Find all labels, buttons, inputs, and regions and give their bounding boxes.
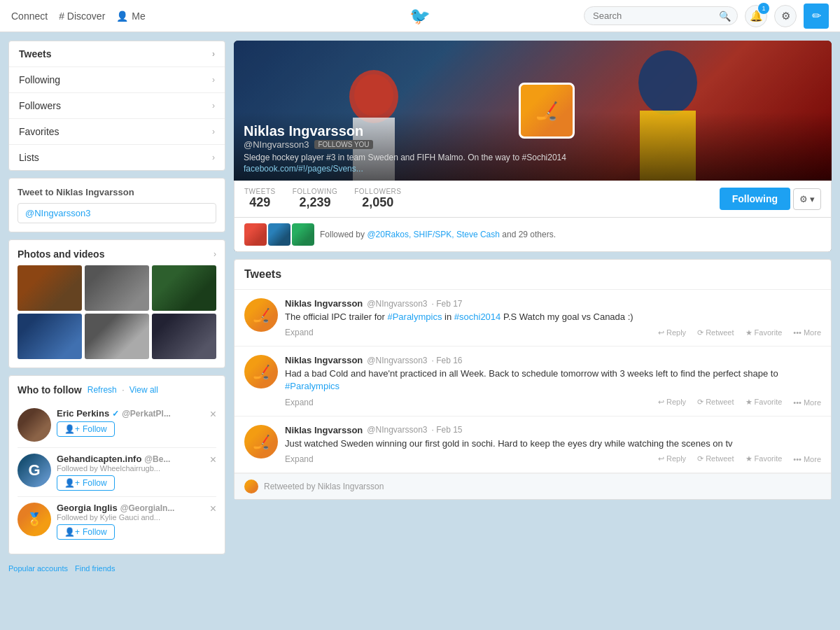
retweet-action[interactable]: ⟳ Retweet bbox=[697, 454, 734, 463]
chevron-right-icon: › bbox=[212, 153, 215, 162]
search-input[interactable] bbox=[584, 6, 738, 25]
follower-avatar[interactable] bbox=[268, 223, 290, 246]
followed-by-users[interactable]: @20Rakos, SHIF/SPK, Steve Cash bbox=[367, 230, 500, 239]
favorite-action[interactable]: ★ Favorite bbox=[746, 328, 783, 337]
expand-link[interactable]: Expand bbox=[285, 328, 314, 337]
reply-action[interactable]: ↩ Reply bbox=[658, 454, 686, 463]
chevron-right-icon[interactable]: › bbox=[214, 249, 216, 259]
photo-thumbnail[interactable] bbox=[152, 314, 216, 359]
followers-count: 2,050 bbox=[354, 195, 401, 210]
follow-button[interactable]: 👤+ Follow bbox=[57, 524, 115, 540]
photo-thumbnail[interactable] bbox=[152, 265, 216, 311]
tweet-item: 🏒 Niklas Ingvarsson @NIngvarsson3 · Feb … bbox=[234, 416, 831, 473]
compose-icon: ✏ bbox=[812, 9, 821, 22]
tweets-section: Tweets 🏒 Niklas Ingvarsson @NIngvarsson3… bbox=[234, 259, 832, 500]
nav-discover[interactable]: # Discover bbox=[59, 10, 105, 22]
tweet-to-input[interactable] bbox=[18, 203, 216, 223]
add-person-icon: 👤+ bbox=[64, 424, 80, 434]
photo-thumbnail[interactable] bbox=[18, 265, 82, 311]
suggestion-name: Georgia Inglis @GeorgiaIn... bbox=[57, 503, 216, 513]
notification-badge: 1 bbox=[758, 3, 769, 14]
tweet-body: Niklas Ingvarsson @NIngvarsson3 · Feb 15… bbox=[285, 425, 821, 464]
reply-action[interactable]: ↩ Reply bbox=[658, 328, 686, 337]
follower-avatar[interactable] bbox=[244, 223, 267, 246]
main-content: 🏒 Niklas Ingvarsson @NIngvarsson3 FOLLOW… bbox=[234, 41, 832, 575]
suggestion-info: Georgia Inglis @GeorgiaIn... Followed by… bbox=[57, 503, 216, 540]
follow-button[interactable]: 👤+ Follow bbox=[57, 421, 115, 437]
follow-button[interactable]: 👤+ Follow bbox=[57, 475, 115, 491]
dismiss-button[interactable]: × bbox=[210, 503, 216, 515]
expand-link[interactable]: Expand bbox=[285, 398, 314, 407]
gear-dropdown[interactable]: ⚙ ▾ bbox=[793, 188, 821, 210]
popular-accounts-link[interactable]: Popular accounts bbox=[8, 564, 68, 573]
more-action[interactable]: ••• More bbox=[793, 328, 821, 337]
avatar[interactable]: G bbox=[18, 454, 51, 487]
photos-header: Photos and videos › bbox=[18, 248, 216, 260]
reply-action[interactable]: ↩ Reply bbox=[658, 398, 686, 407]
photo-thumbnail[interactable] bbox=[85, 265, 149, 311]
photos-section: Photos and videos › bbox=[8, 239, 225, 368]
favorite-action[interactable]: ★ Favorite bbox=[746, 454, 783, 463]
followers-stat: FOLLOWERS 2,050 bbox=[354, 188, 401, 210]
profile-header: 🏒 Niklas Ingvarsson @NIngvarsson3 FOLLOW… bbox=[234, 41, 832, 252]
more-action[interactable]: ••• More bbox=[793, 454, 821, 463]
hashtag-paralympics[interactable]: #Paralympics bbox=[387, 312, 442, 322]
avatar[interactable] bbox=[18, 408, 51, 442]
search-icon: 🔍 bbox=[719, 10, 731, 22]
tweet-avatar[interactable]: 🏒 bbox=[244, 355, 278, 388]
expand-link[interactable]: Expand bbox=[285, 454, 314, 464]
chevron-right-icon: › bbox=[212, 75, 215, 85]
suggestion-info: Eric Perkins ✓ @PerkatPl... 👤+ Follow bbox=[57, 408, 216, 437]
refresh-link[interactable]: Refresh bbox=[88, 385, 117, 395]
discover-label: # Discover bbox=[59, 10, 105, 22]
retweet-notice-text: Retweeted by Niklas Ingvarsson bbox=[264, 482, 384, 491]
tweet-body: Niklas Ingvarsson @NIngvarsson3 · Feb 17… bbox=[285, 298, 821, 337]
verified-icon: ✓ bbox=[112, 409, 119, 419]
connect-label: Connect bbox=[11, 10, 48, 22]
nav-me[interactable]: 👤 Me bbox=[116, 10, 145, 22]
tweet-header: Niklas Ingvarsson @NIngvarsson3 · Feb 17 bbox=[285, 298, 821, 309]
view-all-link[interactable]: View all bbox=[130, 385, 158, 395]
sidebar-item-followers[interactable]: Followers › bbox=[9, 93, 225, 119]
sidebar-item-lists[interactable]: Lists › bbox=[9, 145, 225, 170]
follower-avatar[interactable] bbox=[292, 223, 314, 246]
follow-suggestion: 🏅 Georgia Inglis @GeorgiaIn... Followed … bbox=[18, 497, 216, 545]
tweet-item: 🏒 Niklas Ingvarsson @NIngvarsson3 · Feb … bbox=[234, 290, 831, 346]
sidebar: Tweets › Following › Followers › Favorit… bbox=[8, 41, 225, 575]
hashtag-paralympics2[interactable]: #Paralympics bbox=[285, 381, 340, 391]
followed-by-note: Followed by Wheelchairrugb... bbox=[57, 464, 216, 472]
tweet-header: Niklas Ingvarsson @NIngvarsson3 · Feb 15 bbox=[285, 425, 821, 435]
stats-bar: TWEETS 429 FOLLOWING 2,239 FOLLOWERS 2,0… bbox=[234, 181, 832, 218]
tweets-count: 429 bbox=[244, 195, 276, 210]
profile-website[interactable]: facebook.com/#!/pages/Svens... bbox=[244, 164, 822, 174]
profile-handle: @NIngvarsson3 bbox=[244, 139, 309, 150]
notifications-button[interactable]: 🔔 1 bbox=[745, 5, 767, 27]
find-friends-link[interactable]: Find friends bbox=[75, 564, 115, 573]
photo-thumbnail[interactable] bbox=[85, 314, 149, 359]
favorite-action[interactable]: ★ Favorite bbox=[746, 398, 783, 407]
rt-avatar bbox=[244, 479, 258, 493]
nav-connect[interactable]: Connect bbox=[11, 10, 48, 22]
hashtag-sochi2014[interactable]: #sochi2014 bbox=[454, 312, 501, 322]
chevron-right-icon: › bbox=[212, 101, 215, 111]
sidebar-item-following[interactable]: Following › bbox=[9, 67, 225, 93]
tweet-avatar[interactable]: 🏒 bbox=[244, 425, 278, 458]
retweet-action[interactable]: ⟳ Retweet bbox=[697, 328, 734, 337]
tweet-date: · Feb 17 bbox=[432, 299, 463, 309]
compose-button[interactable]: ✏ bbox=[804, 4, 829, 29]
sidebar-item-favorites[interactable]: Favorites › bbox=[9, 119, 225, 145]
tweet-avatar[interactable]: 🏒 bbox=[244, 298, 278, 332]
sidebar-item-tweets[interactable]: Tweets › bbox=[9, 41, 225, 67]
tweet-author-handle: @NIngvarsson3 bbox=[367, 299, 427, 309]
more-action[interactable]: ••• More bbox=[793, 398, 821, 407]
avatar[interactable]: 🏅 bbox=[18, 503, 51, 536]
stats-actions: Following ⚙ ▾ bbox=[720, 188, 821, 210]
settings-button[interactable]: ⚙ bbox=[774, 5, 797, 27]
dismiss-button[interactable]: × bbox=[210, 454, 216, 466]
tweet-header: Niklas Ingvarsson @NIngvarsson3 · Feb 16 bbox=[285, 355, 821, 365]
dismiss-button[interactable]: × bbox=[210, 408, 216, 421]
following-button[interactable]: Following bbox=[720, 188, 790, 210]
profile-avatar[interactable]: 🏒 bbox=[519, 83, 575, 139]
photo-thumbnail[interactable] bbox=[18, 314, 82, 359]
retweet-action[interactable]: ⟳ Retweet bbox=[697, 398, 734, 407]
